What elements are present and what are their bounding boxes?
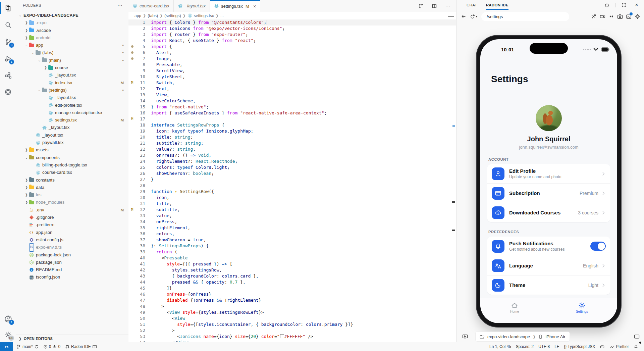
tree-item-expo-video-landscape[interactable]: ⌄EXPO-VIDEO-LANDSCAPE	[16, 12, 128, 19]
tree-item-ios[interactable]: ❯ios	[16, 191, 128, 199]
breadcrumb-item-app[interactable]: app	[135, 13, 141, 18]
device-selector[interactable]: expo-video-landscape ❯ iPhone Air	[475, 332, 570, 342]
eol-sequence[interactable]: LF	[552, 342, 561, 351]
tree-item-expo-env-d-ts[interactable]: TSexpo-env.d.ts	[16, 244, 128, 251]
code-editor[interactable]: 1import { Colors } from "@/constants/Col…	[128, 19, 456, 342]
phone-tab-home[interactable]: Home	[499, 302, 530, 313]
tree-item-eslint-config-js[interactable]: eslint.config.js	[16, 236, 128, 244]
debug-console-icon[interactable]	[624, 14, 633, 19]
reload-icon[interactable]	[468, 14, 477, 19]
back-icon[interactable]	[459, 14, 468, 19]
fullscreen-icon[interactable]	[620, 3, 628, 7]
chevron-right-icon[interactable]: ❯	[24, 184, 29, 191]
split-editor-icon[interactable]	[430, 3, 439, 9]
tree-item-assets[interactable]: ❯assets	[16, 146, 128, 154]
chevron-right-icon[interactable]: ❯	[24, 191, 29, 199]
tree-item-env[interactable]: .envM	[16, 206, 128, 214]
chevron-down-icon[interactable]: ⌄	[24, 42, 29, 49]
activity-account-icon[interactable]: 1	[0, 311, 16, 327]
settings-row-theme[interactable]: ThemeLight	[487, 275, 610, 295]
settings-row-language[interactable]: LanguageEnglish	[487, 256, 610, 275]
cursor-position[interactable]: Ln 1, Col 45	[487, 342, 514, 351]
tree-item-layout-tsx[interactable]: _layout.tsx	[16, 124, 128, 131]
remote-indicator[interactable]: ><	[0, 342, 13, 351]
tree-item-layout-tsx[interactable]: _layout.tsx	[16, 94, 128, 101]
breadcrumb[interactable]: app❯(tabs)❯(settings)❯settings.tsx❯...	[128, 12, 456, 19]
scrollbar-thumb[interactable]	[448, 16, 454, 17]
tree-item-prettierrc[interactable]: .prettierrc	[16, 221, 128, 229]
tree-item-package-json[interactable]: JSpackage.json	[16, 259, 128, 266]
tree-item-main[interactable]: ⌄(main)●	[16, 57, 128, 64]
chevron-right-icon[interactable]: ❯	[24, 146, 29, 154]
tree-item-gitignore[interactable]: .gitignore	[16, 214, 128, 221]
activity-source-control-icon[interactable]: 3	[0, 34, 16, 50]
encoding[interactable]: UTF-8	[536, 342, 552, 351]
tree-item-layout-tsx[interactable]: _layout.tsx	[16, 132, 128, 139]
record-screen-icon[interactable]	[598, 14, 607, 19]
chevron-down-icon[interactable]: ⌄	[17, 12, 23, 19]
chevron-down-icon[interactable]: ⌄	[30, 49, 36, 56]
tree-item-course[interactable]: ❯course	[16, 64, 128, 71]
phone-tab-settings[interactable]: Settings	[567, 302, 597, 313]
chevron-down-icon[interactable]: ⌄	[24, 154, 29, 161]
panel-tab-chat[interactable]: CHAT	[467, 0, 477, 10]
tree-item-course-card-tsx[interactable]: course-card.tsx	[16, 169, 128, 176]
activity-search-icon[interactable]	[0, 17, 16, 33]
tree-item-paywall-tsx[interactable]: paywall.tsx	[16, 139, 128, 146]
activity-explorer-icon[interactable]	[0, 0, 16, 16]
breadcrumb-item-settings-tsx[interactable]: settings.tsx	[187, 13, 214, 18]
tree-item-app[interactable]: ⌄app●	[16, 42, 128, 49]
screenshot-icon[interactable]	[615, 14, 624, 19]
git-branch-item[interactable]: main*	[14, 342, 41, 351]
tab-course-card-tsx[interactable]: course-card.tsx	[128, 0, 174, 12]
chevron-right-icon[interactable]: ❯	[24, 19, 29, 27]
replay-icon[interactable]	[607, 14, 615, 19]
settings-row-downloaded-courses[interactable]: Downloaded Courses3 courses	[487, 203, 610, 222]
tree-item-android[interactable]: ❯android	[16, 34, 128, 42]
chevron-right-icon[interactable]: ❯	[24, 34, 29, 42]
tree-item-settings[interactable]: ⌄(settings)●	[16, 87, 128, 94]
device-frame-icon[interactable]	[632, 334, 641, 340]
chevron-right-icon[interactable]: ❯	[24, 177, 29, 184]
close-panel-icon[interactable]: ×	[632, 2, 641, 8]
tree-item-app-json[interactable]: {}app.json	[16, 229, 128, 236]
settings-row-subscription[interactable]: SubscriptionPremium	[487, 183, 610, 203]
activity-settings-gear-icon[interactable]: DE	[0, 327, 16, 343]
tree-item-tsconfig-json[interactable]: TStsconfig.json	[16, 273, 128, 281]
avatar[interactable]	[536, 105, 562, 131]
tab-layout-tsx[interactable]: _layout.tsx	[174, 0, 210, 12]
language-mode[interactable]: {} TypeScript JSX	[561, 342, 597, 351]
chevron-down-icon[interactable]: ⌄	[37, 57, 42, 64]
phone-screen[interactable]: 10:01 Settings John Squirrel john.squirr…	[480, 39, 617, 323]
tree-item-edit-profile-tsx[interactable]: edit-profile.tsx	[16, 102, 128, 109]
breadcrumb-item-tabs[interactable]: (tabs)	[148, 13, 158, 18]
simulator-settings-icon[interactable]	[633, 14, 642, 19]
tab-settings-tsx[interactable]: settings.tsxM×	[210, 0, 260, 12]
tree-item-manage-subscription-tsx[interactable]: manage-subscription.tsx	[16, 109, 128, 116]
chevron-right-icon[interactable]: ❯	[24, 27, 29, 34]
dev-tools-icon[interactable]	[589, 14, 598, 19]
tree-item-tabs[interactable]: ⌄(tabs)●	[16, 49, 128, 56]
radon-ide-item[interactable]: Radon IDE	[63, 342, 99, 351]
settings-row-edit-profile[interactable]: Edit ProfileUpdate your name and photo	[487, 164, 610, 183]
panel-tab-radon-ide[interactable]: RADON IDE	[486, 0, 508, 10]
tree-item-expo[interactable]: ❯.expo	[16, 19, 128, 27]
tree-item-layout-tsx[interactable]: _layout.tsx	[16, 71, 128, 79]
inspect-device-icon[interactable]	[461, 334, 469, 340]
route-url-field[interactable]: /settings	[481, 12, 569, 21]
folders-more-icon[interactable]: ···	[117, 2, 122, 8]
tree-item-node-modules[interactable]: ❯node_modules	[16, 199, 128, 206]
settings-row-push-notifications[interactable]: Push NotificationsGet notified about new…	[487, 237, 610, 256]
tree-item-data[interactable]: ❯data	[16, 184, 128, 191]
tree-item-vscode[interactable]: ❯.vscode	[16, 27, 128, 34]
copilot-icon[interactable]	[597, 342, 607, 351]
activity-github-icon[interactable]	[0, 84, 16, 100]
open-changes-icon[interactable]	[417, 3, 425, 9]
chevron-right-icon[interactable]: ❯	[24, 199, 29, 206]
tree-item-package-lock-json[interactable]: JSpackage-lock.json	[16, 251, 128, 259]
open-editors-section[interactable]: ❯ OPEN EDITORS	[16, 335, 128, 342]
activity-extensions-icon[interactable]	[0, 67, 16, 83]
activity-run-debug-icon[interactable]: 1	[0, 50, 16, 66]
chevron-down-icon[interactable]: ⌄	[37, 87, 42, 94]
breadcrumb-item-settings[interactable]: (settings)	[164, 13, 181, 18]
